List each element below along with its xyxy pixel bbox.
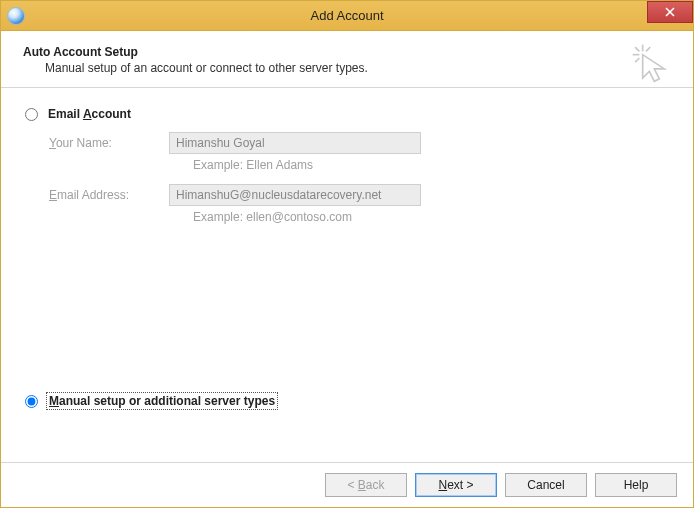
email-address-field (169, 184, 421, 206)
svg-line-3 (646, 47, 650, 51)
titlebar: Add Account (1, 1, 693, 31)
cancel-button[interactable]: Cancel (505, 473, 587, 497)
email-account-radio[interactable] (25, 108, 38, 121)
email-account-option[interactable]: Email Account (25, 106, 669, 122)
globe-icon (7, 7, 25, 25)
svg-line-4 (635, 58, 639, 62)
back-button: < Back (325, 473, 407, 497)
email-address-label: Email Address: (49, 188, 169, 202)
wizard-header: Auto Account Setup Manual setup of an ac… (1, 31, 693, 87)
content-area: Auto Account Setup Manual setup of an ac… (1, 31, 693, 507)
your-name-example: Example: Ellen Adams (193, 158, 669, 172)
email-address-example: Example: ellen@contoso.com (193, 210, 669, 224)
footer-buttons: < Back Next > Cancel Help (1, 462, 693, 507)
help-button[interactable]: Help (595, 473, 677, 497)
cursor-click-icon (631, 43, 671, 83)
wizard-title: Auto Account Setup (23, 45, 671, 59)
your-name-label: Your Name: (49, 136, 169, 150)
wizard-subtitle: Manual setup of an account or connect to… (45, 61, 671, 75)
manual-setup-radio[interactable] (25, 395, 38, 408)
your-name-field (169, 132, 421, 154)
add-account-window: Add Account Auto Account Setup Manual se… (0, 0, 694, 508)
window-title: Add Account (311, 8, 384, 23)
manual-setup-label: Manual setup or additional server types (46, 392, 278, 410)
close-button[interactable] (647, 1, 693, 23)
manual-setup-option[interactable]: Manual setup or additional server types (25, 392, 669, 410)
email-account-label: Email Account (46, 106, 133, 122)
email-fields-group: Your Name: Example: Ellen Adams Email Ad… (49, 132, 669, 224)
form-area: Email Account Your Name: Example: Ellen … (1, 88, 693, 462)
next-button[interactable]: Next > (415, 473, 497, 497)
close-icon (665, 7, 675, 17)
svg-line-2 (635, 47, 639, 51)
